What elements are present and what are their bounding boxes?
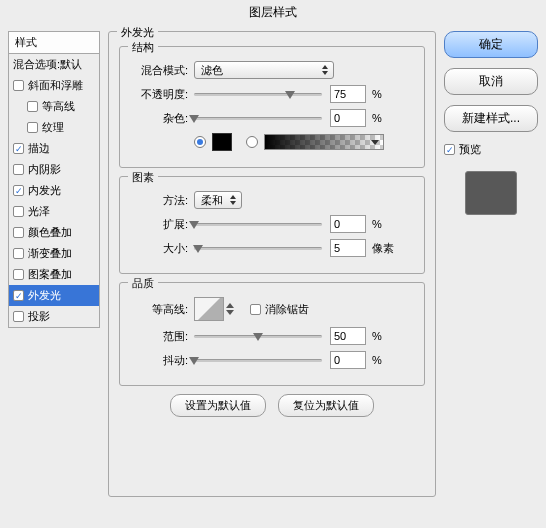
- style-item-label: 内发光: [28, 183, 61, 198]
- gradient-picker[interactable]: [264, 134, 384, 150]
- blend-mode-select[interactable]: 滤色: [194, 61, 334, 79]
- style-checkbox[interactable]: [13, 227, 24, 238]
- jitter-label: 抖动:: [130, 353, 194, 368]
- method-select[interactable]: 柔和: [194, 191, 242, 209]
- blend-mode-value: 滤色: [201, 63, 223, 78]
- size-unit: 像素: [372, 241, 394, 256]
- range-slider[interactable]: [194, 329, 322, 343]
- style-list-item[interactable]: 等高线: [9, 96, 99, 117]
- style-checkbox[interactable]: [13, 248, 24, 259]
- outer-legend: 外发光: [117, 25, 158, 40]
- spread-input[interactable]: [330, 215, 366, 233]
- style-list-item[interactable]: 混合选项:默认: [9, 54, 99, 75]
- method-value: 柔和: [201, 193, 223, 208]
- style-item-label: 斜面和浮雕: [28, 78, 83, 93]
- cancel-button[interactable]: 取消: [444, 68, 538, 95]
- method-row: 方法: 柔和: [130, 191, 414, 209]
- antialias-checkbox[interactable]: [250, 304, 261, 315]
- jitter-input[interactable]: [330, 351, 366, 369]
- style-item-label: 图案叠加: [28, 267, 72, 282]
- styles-header[interactable]: 样式: [8, 31, 100, 54]
- structure-group: 结构 混合模式: 滤色 不透明度: % 杂色:: [119, 46, 425, 168]
- style-checkbox[interactable]: [13, 206, 24, 217]
- noise-input[interactable]: [330, 109, 366, 127]
- range-unit: %: [372, 330, 382, 342]
- layer-style-dialog: 图层样式 样式 混合选项:默认斜面和浮雕等高线纹理描边内阴影内发光光泽颜色叠加渐…: [0, 0, 546, 528]
- opacity-unit: %: [372, 88, 382, 100]
- reset-default-button[interactable]: 复位为默认值: [278, 394, 374, 417]
- size-label: 大小:: [130, 241, 194, 256]
- style-checkbox[interactable]: [13, 290, 24, 301]
- style-checkbox[interactable]: [13, 143, 24, 154]
- blend-mode-row: 混合模式: 滤色: [130, 61, 414, 79]
- style-list-item[interactable]: 纹理: [9, 117, 99, 138]
- style-list-item[interactable]: 颜色叠加: [9, 222, 99, 243]
- style-item-label: 纹理: [42, 120, 64, 135]
- elements-legend: 图素: [128, 170, 158, 185]
- color-solid-radio[interactable]: [194, 136, 206, 148]
- style-list-item[interactable]: 斜面和浮雕: [9, 75, 99, 96]
- color-source-row: [130, 133, 414, 151]
- contour-dropdown-icon[interactable]: [226, 303, 234, 315]
- style-item-label: 描边: [28, 141, 50, 156]
- style-checkbox[interactable]: [13, 164, 24, 175]
- style-checkbox[interactable]: [13, 80, 24, 91]
- contour-picker[interactable]: [194, 297, 224, 321]
- style-checkbox[interactable]: [27, 101, 38, 112]
- ok-button[interactable]: 确定: [444, 31, 538, 58]
- side-panel: 确定 取消 新建样式... 预览: [444, 31, 538, 520]
- noise-slider[interactable]: [194, 111, 322, 125]
- preview-swatch: [465, 171, 517, 215]
- style-list-item[interactable]: 内阴影: [9, 159, 99, 180]
- quality-group: 品质 等高线: 消除锯齿 范围: %: [119, 282, 425, 386]
- main-panel: 外发光 结构 混合模式: 滤色 不透明度: %: [108, 31, 436, 520]
- style-checkbox[interactable]: [13, 185, 24, 196]
- style-item-label: 渐变叠加: [28, 246, 72, 261]
- style-list-item[interactable]: 外发光: [9, 285, 99, 306]
- style-list-item[interactable]: 内发光: [9, 180, 99, 201]
- style-list-item[interactable]: 渐变叠加: [9, 243, 99, 264]
- style-list-item[interactable]: 图案叠加: [9, 264, 99, 285]
- range-input[interactable]: [330, 327, 366, 345]
- size-row: 大小: 像素: [130, 239, 414, 257]
- make-default-button[interactable]: 设置为默认值: [170, 394, 266, 417]
- contour-label: 等高线:: [130, 302, 194, 317]
- style-list-item[interactable]: 描边: [9, 138, 99, 159]
- style-item-label: 颜色叠加: [28, 225, 72, 240]
- preview-row: 预览: [444, 142, 538, 157]
- method-label: 方法:: [130, 193, 194, 208]
- color-swatch[interactable]: [212, 133, 232, 151]
- styles-list: 混合选项:默认斜面和浮雕等高线纹理描边内阴影内发光光泽颜色叠加渐变叠加图案叠加外…: [8, 54, 100, 328]
- noise-row: 杂色: %: [130, 109, 414, 127]
- preview-checkbox[interactable]: [444, 144, 455, 155]
- spread-row: 扩展: %: [130, 215, 414, 233]
- style-checkbox[interactable]: [13, 269, 24, 280]
- spread-slider[interactable]: [194, 217, 322, 231]
- opacity-input[interactable]: [330, 85, 366, 103]
- contour-row: 等高线: 消除锯齿: [130, 297, 414, 321]
- jitter-row: 抖动: %: [130, 351, 414, 369]
- spread-unit: %: [372, 218, 382, 230]
- style-list-item[interactable]: 光泽: [9, 201, 99, 222]
- opacity-row: 不透明度: %: [130, 85, 414, 103]
- jitter-slider[interactable]: [194, 353, 322, 367]
- blend-mode-label: 混合模式:: [130, 63, 194, 78]
- preview-label: 预览: [459, 142, 481, 157]
- jitter-unit: %: [372, 354, 382, 366]
- noise-unit: %: [372, 112, 382, 124]
- size-slider[interactable]: [194, 241, 322, 255]
- color-gradient-radio[interactable]: [246, 136, 258, 148]
- style-checkbox[interactable]: [13, 311, 24, 322]
- style-checkbox[interactable]: [27, 122, 38, 133]
- style-list-item[interactable]: 投影: [9, 306, 99, 327]
- size-input[interactable]: [330, 239, 366, 257]
- structure-legend: 结构: [128, 40, 158, 55]
- styles-panel: 样式 混合选项:默认斜面和浮雕等高线纹理描边内阴影内发光光泽颜色叠加渐变叠加图案…: [8, 31, 100, 520]
- style-item-label: 投影: [28, 309, 50, 324]
- chevron-down-icon: [371, 140, 379, 145]
- new-style-button[interactable]: 新建样式...: [444, 105, 538, 132]
- dialog-title: 图层样式: [0, 0, 546, 25]
- quality-legend: 品质: [128, 276, 158, 291]
- style-item-label: 外发光: [28, 288, 61, 303]
- opacity-slider[interactable]: [194, 87, 322, 101]
